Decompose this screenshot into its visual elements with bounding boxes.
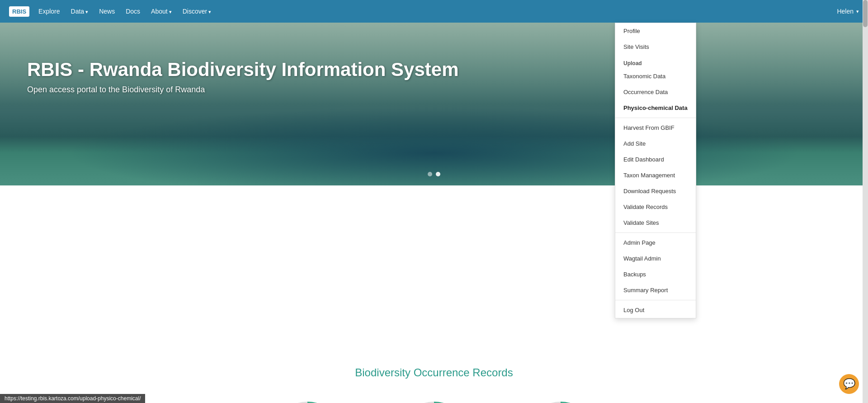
menu-occurrence-data[interactable]: Occurrence Data bbox=[615, 84, 696, 100]
menu-add-site[interactable]: Add Site bbox=[615, 136, 696, 152]
menu-taxonomic-data[interactable]: Taxonomic Data bbox=[615, 68, 696, 84]
hero-subtitle: Open access portal to the Biodiversity o… bbox=[27, 85, 459, 95]
status-bar: https://testing.rbis.kartoza.com/upload-… bbox=[0, 394, 145, 403]
status-url: https://testing.rbis.kartoza.com/upload-… bbox=[5, 395, 141, 402]
menu-summary-report[interactable]: Summary Report bbox=[615, 282, 696, 298]
navbar-data[interactable]: Data bbox=[71, 8, 89, 15]
menu-admin-page[interactable]: Admin Page bbox=[615, 235, 696, 251]
menu-taxon-management[interactable]: Taxon Management bbox=[615, 167, 696, 183]
hero-dot-2[interactable] bbox=[436, 172, 440, 176]
donut-odonates[interactable]: 🦟 bbox=[520, 397, 601, 403]
menu-divider-3 bbox=[615, 300, 696, 300]
menu-edit-dashboard[interactable]: Edit Dashboard bbox=[615, 152, 696, 167]
menu-site-visits[interactable]: Site Visits bbox=[615, 39, 696, 55]
donut-birds[interactable]: 🐦 bbox=[267, 397, 348, 403]
scrollbar[interactable] bbox=[863, 0, 868, 403]
menu-divider-2 bbox=[615, 232, 696, 233]
menu-physico-chemical[interactable]: Physico-chemical Data bbox=[615, 100, 696, 116]
bio-card-odonates: 🦟 Odonates bbox=[515, 397, 606, 403]
menu-validate-records[interactable]: Validate Records bbox=[615, 199, 696, 215]
hero-carousel-dots bbox=[428, 172, 440, 176]
user-dropdown-menu: Profile Site Visits Upload Taxonomic Dat… bbox=[615, 23, 696, 318]
navbar-links: Explore Data News Docs About Discover bbox=[38, 8, 837, 15]
navbar: RBIS Explore Data News Docs About Discov… bbox=[0, 0, 868, 23]
chat-icon: 💬 bbox=[843, 378, 855, 390]
scrollbar-thumb[interactable] bbox=[863, 0, 868, 27]
bio-card-birds: 🐦 Birds bbox=[262, 397, 353, 403]
menu-download-requests[interactable]: Download Requests bbox=[615, 183, 696, 199]
navbar-news[interactable]: News bbox=[99, 8, 115, 15]
menu-divider-1 bbox=[615, 118, 696, 118]
donut-fish[interactable]: 🐟 bbox=[393, 397, 475, 403]
hero-dot-1[interactable] bbox=[428, 172, 432, 176]
navbar-discover[interactable]: Discover bbox=[183, 8, 212, 15]
menu-log-out[interactable]: Log Out bbox=[615, 302, 696, 318]
menu-harvest-gbif[interactable]: Harvest From GBIF bbox=[615, 120, 696, 136]
navbar-about[interactable]: About bbox=[151, 8, 172, 15]
hero-title: RBIS - Rwanda Biodiversity Information S… bbox=[27, 59, 459, 81]
navbar-logo[interactable]: RBIS bbox=[9, 6, 29, 17]
bio-card-fish: 🐟 Fish bbox=[389, 397, 479, 403]
hero-text-block: RBIS - Rwanda Biodiversity Information S… bbox=[27, 59, 459, 95]
menu-upload-label: Upload bbox=[615, 55, 696, 68]
chat-button[interactable]: 💬 bbox=[839, 374, 859, 394]
navbar-explore[interactable]: Explore bbox=[38, 8, 60, 15]
menu-profile[interactable]: Profile bbox=[615, 23, 696, 39]
hero-section: RBIS - Rwanda Biodiversity Information S… bbox=[0, 23, 868, 185]
navbar-user[interactable]: Helen bbox=[837, 8, 859, 15]
menu-backups[interactable]: Backups bbox=[615, 266, 696, 282]
section-title: Biodiversity Occurrence Records bbox=[9, 366, 859, 379]
menu-validate-sites[interactable]: Validate Sites bbox=[615, 215, 696, 231]
hero-background bbox=[0, 23, 868, 185]
menu-wagtail-admin[interactable]: Wagtail Admin bbox=[615, 251, 696, 266]
navbar-docs[interactable]: Docs bbox=[126, 8, 140, 15]
